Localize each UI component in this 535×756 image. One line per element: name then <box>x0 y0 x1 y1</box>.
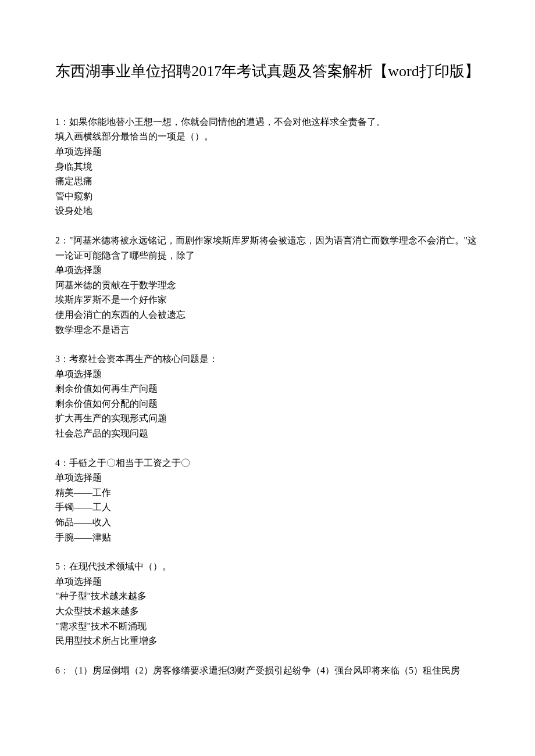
option: 管中窥豹 <box>55 189 480 204</box>
question-2: 2："阿基米德将被永远铭记，而剧作家埃斯库罗斯将会被遗忘，因为语言消亡而数学理念… <box>55 233 480 337</box>
option: 精美––––工作 <box>55 485 480 500</box>
question-1: 1：如果你能地替小王想一想，你就会同情他的遭遇，不会对他这样求全责备了。 填入画… <box>55 114 480 218</box>
question-3: 3：考察社会资本再生产的核心问题是： 单项选择题 剩余价值如何再生产问题 剩余价… <box>55 352 480 441</box>
question-number: 6： <box>55 665 69 675</box>
question-type: 单项选择题 <box>55 263 480 278</box>
option: 数学理念不是语言 <box>55 323 480 338</box>
question-type: 单项选择题 <box>55 470 480 485</box>
option: 剩余价值如何再生产问题 <box>55 381 480 396</box>
stem-text: 手链之于〇相当于工资之于〇 <box>69 458 190 468</box>
option: 大众型技术越来越多 <box>55 604 480 619</box>
stem-text: 如果你能地替小王想一想，你就会同情他的遭遇，不会对他这样求全责备了。 <box>69 117 386 127</box>
question-stem: 6：（1）房屋倒塌（2）房客修缮要求遭拒⑶财产受损引起纷争（4）强台风即将来临（… <box>55 663 480 678</box>
option: 使用会消亡的东西的人会被遗忘 <box>55 307 480 323</box>
option: 手镯––––工人 <box>55 500 480 515</box>
document-title: 东西湖事业单位招聘2017年考试真题及答案解析【word打印版】 <box>55 58 480 85</box>
option: 手腕––––津贴 <box>55 530 480 545</box>
question-6: 6：（1）房屋倒塌（2）房客修缮要求遭拒⑶财产受损引起纷争（4）强台风即将来临（… <box>55 663 480 678</box>
question-stem: 2："阿基米德将被永远铭记，而剧作家埃斯库罗斯将会被遗忘，因为语言消亡而数学理念… <box>55 233 480 263</box>
question-type: 单项选择题 <box>55 144 480 159</box>
option: 身临其境 <box>55 159 480 174</box>
option: 痛定思痛 <box>55 174 480 189</box>
question-4: 4：手链之于〇相当于工资之于〇 单项选择题 精美––––工作 手镯––––工人 … <box>55 456 480 545</box>
option: 社会总产品的实现问题 <box>55 426 480 441</box>
question-number: 3： <box>55 354 69 364</box>
question-type: 单项选择题 <box>55 367 480 382</box>
option: "种子型"技术越来越多 <box>55 589 480 604</box>
stem-text: "阿基米德将被永远铭记，而剧作家埃斯库罗斯将会被遗忘，因为语言消亡而数学理念不会… <box>55 235 477 260</box>
option: 剩余价值如何分配的问题 <box>55 396 480 411</box>
stem-text: 考察社会资本再生产的核心问题是： <box>69 354 218 364</box>
option: "需求型"技术不断涌现 <box>55 619 480 634</box>
question-5: 5：在现代技术领域中（）。 单项选择题 "种子型"技术越来越多 大众型技术越来越… <box>55 559 480 648</box>
question-number: 1： <box>55 117 69 127</box>
stem-text: 填入画横线部分最恰当的一项是（）。 <box>55 129 480 144</box>
option: 阿基米德的贡献在于数学理念 <box>55 278 480 293</box>
option: 设身处地 <box>55 203 480 218</box>
option: 埃斯库罗斯不是一个好作家 <box>55 292 480 307</box>
question-number: 2： <box>55 235 69 245</box>
question-stem: 1：如果你能地替小王想一想，你就会同情他的遭遇，不会对他这样求全责备了。 <box>55 114 480 130</box>
option: 民用型技术所占比重增多 <box>55 633 480 648</box>
stem-text: 在现代技术领域中（）。 <box>69 561 172 571</box>
question-number: 5： <box>55 561 69 571</box>
question-stem: 5：在现代技术领域中（）。 <box>55 559 480 574</box>
question-stem: 4：手链之于〇相当于工资之于〇 <box>55 456 480 471</box>
question-type: 单项选择题 <box>55 574 480 589</box>
option: 饰品––––收入 <box>55 515 480 530</box>
question-number: 4： <box>55 458 69 468</box>
option: 扩大再生产的实现形式问题 <box>55 411 480 426</box>
question-stem: 3：考察社会资本再生产的核心问题是： <box>55 352 480 367</box>
stem-text: （1）房屋倒塌（2）房客修缮要求遭拒⑶财产受损引起纷争（4）强台风即将来临（5）… <box>69 665 460 675</box>
